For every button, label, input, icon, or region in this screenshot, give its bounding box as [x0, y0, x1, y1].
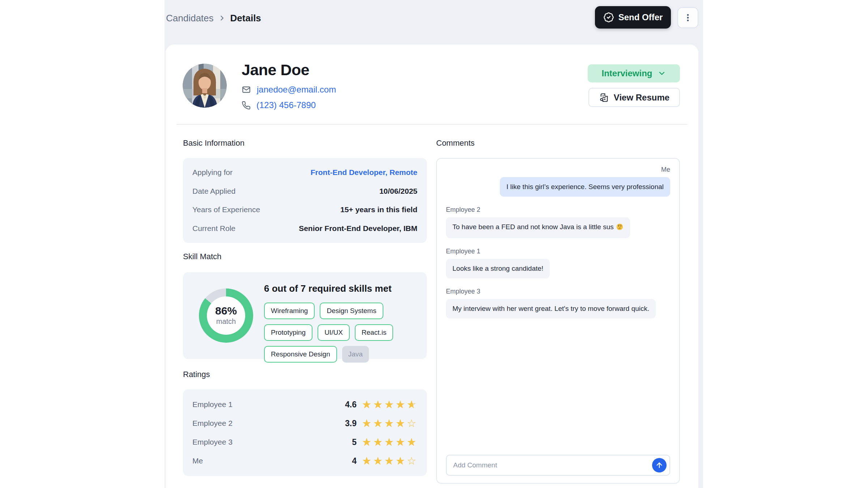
more-options-button[interactable] [677, 7, 698, 28]
star-fill: ★ [384, 398, 395, 411]
phone-link[interactable]: (123) 456-7890 [256, 100, 316, 110]
comment-item: MeI like this girl’s experience. Seems v… [446, 166, 670, 197]
breadcrumb-candidates[interactable]: Candidates [166, 13, 214, 24]
candidate-details-page: Candidates Details Send Offer [0, 0, 868, 488]
star-icon: ☆★ [373, 436, 384, 448]
star-icon: ☆★ [373, 398, 384, 411]
comments-title: Comments [436, 138, 475, 148]
rating-name: Employee 1 [192, 400, 233, 409]
basic-information-title: Basic Information [183, 138, 244, 148]
email-link[interactable]: janedoe@email.com [257, 85, 336, 95]
star-fill: ★ [373, 417, 384, 429]
candidate-name: Jane Doe [242, 61, 309, 79]
skill-chip: Java [342, 346, 369, 363]
star-icon: ☆★ [407, 455, 417, 467]
rating-value-group: 4☆★☆★☆★☆★☆★ [352, 455, 417, 467]
star-icon: ☆★ [362, 436, 373, 448]
info-value: Senior Front-End Developer, IBM [299, 224, 417, 233]
ratings-card: Employee 14.6☆★☆★☆★☆★☆★Employee 23.9☆★☆★… [183, 389, 427, 476]
kebab-icon [683, 13, 693, 22]
star-icon: ☆★ [362, 417, 373, 429]
star-icon: ☆★ [384, 455, 395, 467]
rating-stars[interactable]: ☆★☆★☆★☆★☆★ [362, 417, 417, 429]
rating-row: Employee 35☆★☆★☆★☆★☆★ [192, 436, 417, 448]
info-label: Current Role [192, 224, 235, 233]
star-icon: ☆★ [396, 417, 406, 429]
skill-chip: Prototyping [264, 324, 312, 341]
star-fill: ★ [407, 398, 413, 411]
star-fill: ★ [396, 398, 406, 411]
view-resume-label: View Resume [614, 93, 669, 103]
basic-information-card: Applying forFront-End Developer, RemoteD… [183, 158, 427, 243]
rating-stars[interactable]: ☆★☆★☆★☆★☆★ [362, 398, 417, 411]
skill-chip-list: WireframingDesign SystemsPrototypingUI/U… [264, 303, 425, 363]
ratings-title: Ratings [183, 370, 210, 379]
star-outline: ☆ [407, 418, 416, 429]
star-fill: ★ [396, 417, 405, 429]
phone-icon [242, 101, 251, 110]
rating-value-group: 4.6☆★☆★☆★☆★☆★ [345, 398, 417, 411]
info-value-link[interactable]: Front-End Developer, Remote [311, 168, 417, 177]
chevron-right-icon [218, 14, 226, 22]
mail-icon [242, 85, 251, 94]
candidate-card: Jane Doe janedoe@email.com (123) 456-789… [166, 44, 698, 488]
star-fill: ★ [373, 398, 384, 411]
skill-chip: Responsive Design [264, 346, 337, 363]
add-comment-input[interactable] [447, 455, 669, 475]
file-search-icon [599, 93, 609, 103]
badge-check-icon [603, 12, 614, 23]
skill-chip: Design Systems [320, 303, 383, 319]
comments-panel: MeI like this girl’s experience. Seems v… [436, 158, 680, 484]
add-comment-box [446, 455, 670, 476]
rating-number: 4.6 [345, 400, 357, 410]
skill-match-donut: 86% match [199, 288, 253, 343]
comment-bubble: To have been a FED and not know Java is … [446, 217, 630, 238]
info-label: Applying for [192, 168, 233, 177]
star-fill: ★ [373, 436, 384, 448]
email-row[interactable]: janedoe@email.com [242, 85, 336, 95]
rating-number: 5 [352, 437, 357, 447]
rating-name: Employee 2 [192, 419, 233, 428]
rating-row: Employee 23.9☆★☆★☆★☆★☆★ [192, 417, 417, 429]
rating-number: 4 [352, 456, 357, 466]
comment-bubble: Looks like a strong candidate! [446, 259, 550, 278]
star-icon: ☆★ [373, 455, 384, 467]
phone-row[interactable]: (123) 456-7890 [242, 100, 316, 110]
donut-center: 86% match [207, 296, 245, 335]
star-fill: ★ [384, 455, 395, 467]
send-offer-label: Send Offer [618, 12, 663, 22]
star-fill: ★ [384, 436, 395, 448]
star-fill: ★ [362, 436, 373, 448]
comment-list: MeI like this girl’s experience. Seems v… [446, 166, 670, 318]
status-dropdown[interactable]: Interviewing [588, 64, 680, 82]
star-outline: ☆ [407, 455, 416, 467]
match-percent: 86% [215, 305, 237, 316]
skill-match-card: 86% match 6 out of 7 required skills met… [183, 272, 427, 359]
skill-chip: UI/UX [318, 324, 350, 341]
comment-item: Employee 3My interview with her went gre… [446, 288, 670, 318]
rating-stars[interactable]: ☆★☆★☆★☆★☆★ [362, 436, 417, 448]
arrow-up-icon [655, 461, 663, 469]
star-fill: ★ [396, 455, 406, 467]
send-offer-button[interactable]: Send Offer [595, 6, 671, 29]
star-icon: ☆★ [407, 436, 417, 448]
rating-stars[interactable]: ☆★☆★☆★☆★☆★ [362, 455, 417, 467]
view-resume-button[interactable]: View Resume [588, 88, 680, 107]
star-icon: ☆★ [384, 398, 395, 411]
star-fill: ★ [384, 417, 395, 429]
star-icon: ☆★ [373, 417, 384, 429]
star-fill: ★ [396, 436, 406, 448]
rating-value-group: 3.9☆★☆★☆★☆★☆★ [345, 417, 417, 429]
star-fill: ★ [407, 436, 417, 448]
thinking-face-emoji [616, 223, 624, 233]
info-row: Years of Experience15+ years in this fie… [192, 205, 417, 214]
star-icon: ☆★ [362, 398, 373, 411]
rating-row: Employee 14.6☆★☆★☆★☆★☆★ [192, 398, 417, 411]
send-comment-button[interactable] [652, 458, 667, 472]
comment-item: Employee 2To have been a FED and not kno… [446, 206, 670, 238]
rating-number: 3.9 [345, 419, 357, 428]
breadcrumb: Candidates Details [166, 10, 261, 26]
info-value: 10/06/2025 [379, 187, 417, 196]
comment-bubble: My interview with her went great. Let's … [446, 299, 656, 318]
info-row: Date Applied10/06/2025 [192, 187, 417, 196]
